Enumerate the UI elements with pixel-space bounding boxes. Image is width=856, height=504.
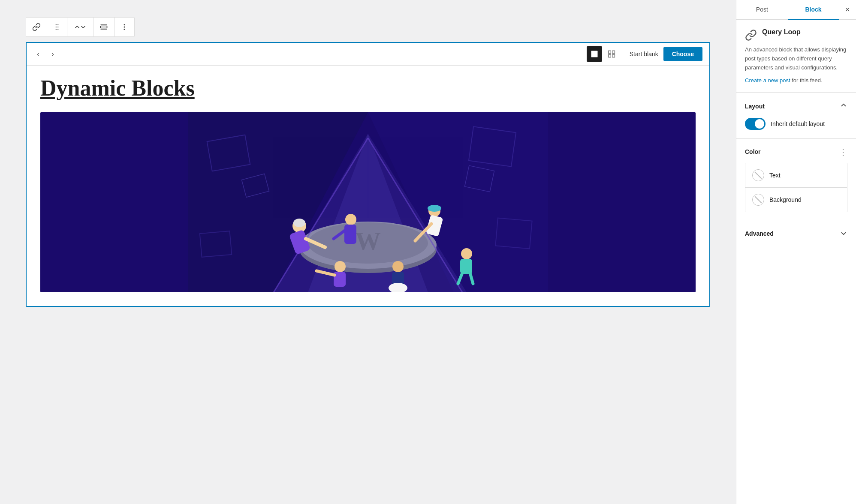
svg-point-9 bbox=[124, 24, 125, 25]
inherit-layout-label: Inherit default layout bbox=[771, 120, 825, 127]
layout-section: Layout Inherit default layout bbox=[736, 93, 856, 139]
layout-section-title: Layout bbox=[745, 103, 765, 110]
more-icon bbox=[121, 23, 128, 31]
move-down-icon bbox=[79, 23, 87, 31]
text-color-label: Text bbox=[769, 172, 781, 179]
layout-collapse-btn[interactable] bbox=[840, 101, 847, 111]
query-loop-block: ‹ › Start blank Choose bbox=[26, 42, 710, 307]
color-section: Color ⋮ Text Background bbox=[736, 139, 856, 221]
svg-point-42 bbox=[461, 248, 472, 259]
svg-point-3 bbox=[57, 27, 58, 27]
block-icon-row: Query Loop bbox=[745, 28, 847, 41]
background-color-label: Background bbox=[769, 196, 802, 203]
start-blank-label: Start blank bbox=[630, 51, 658, 57]
advanced-section-title: Advanced bbox=[745, 230, 774, 237]
align-icon bbox=[99, 23, 108, 31]
query-loop-icon bbox=[745, 29, 757, 41]
block-description: An advanced block that allows displaying… bbox=[745, 45, 847, 72]
svg-point-52 bbox=[345, 214, 356, 225]
drag-toolbar-btn[interactable] bbox=[47, 18, 67, 36]
svg-point-49 bbox=[392, 261, 404, 272]
feed-text: Create a new post for this feed. bbox=[745, 77, 847, 84]
query-loop-toolbar: ‹ › Start blank Choose bbox=[27, 43, 709, 66]
svg-point-11 bbox=[124, 29, 125, 30]
sidebar-tabs: Post Block × bbox=[736, 0, 856, 20]
close-sidebar-btn[interactable]: × bbox=[839, 0, 856, 19]
background-color-no-color bbox=[754, 195, 763, 204]
text-color-swatch bbox=[752, 169, 764, 181]
view-toggle-group bbox=[587, 46, 619, 62]
svg-point-0 bbox=[56, 24, 57, 25]
svg-rect-15 bbox=[608, 55, 611, 57]
align-toolbar-btn[interactable] bbox=[93, 18, 115, 36]
grid-view-icon bbox=[607, 50, 616, 58]
svg-rect-6 bbox=[101, 26, 107, 28]
background-color-swatch bbox=[752, 194, 764, 206]
block-name: Query Loop bbox=[762, 28, 801, 36]
list-view-btn[interactable] bbox=[587, 46, 602, 62]
block-toolbar bbox=[26, 17, 135, 37]
grid-view-btn[interactable] bbox=[604, 46, 619, 62]
block-content: Dynamic Blocks W bbox=[27, 66, 709, 306]
svg-point-2 bbox=[56, 27, 57, 27]
move-toolbar-btn[interactable] bbox=[67, 18, 93, 36]
editor-area: ‹ › Start blank Choose bbox=[0, 0, 736, 504]
svg-rect-12 bbox=[591, 51, 597, 57]
svg-point-1 bbox=[57, 24, 58, 25]
color-section-header: Color ⋮ bbox=[745, 147, 847, 156]
svg-point-4 bbox=[56, 29, 57, 30]
post-featured-image: W bbox=[40, 112, 696, 292]
inherit-layout-row: Inherit default layout bbox=[745, 118, 847, 130]
tab-block[interactable]: Block bbox=[788, 0, 839, 20]
query-actions: Start blank Choose bbox=[630, 47, 702, 61]
drag-icon bbox=[53, 23, 61, 31]
link-toolbar-btn[interactable] bbox=[26, 18, 47, 36]
feed-suffix-text: for this feed. bbox=[790, 77, 823, 84]
layout-section-header: Layout bbox=[745, 101, 847, 111]
color-section-title: Color bbox=[745, 148, 761, 155]
text-color-option[interactable]: Text bbox=[745, 163, 847, 188]
create-post-link[interactable]: Create a new post bbox=[745, 77, 790, 84]
choose-button[interactable]: Choose bbox=[663, 47, 702, 61]
wordpress-illustration: W bbox=[40, 112, 696, 292]
background-color-option[interactable]: Background bbox=[745, 188, 847, 212]
color-options-btn[interactable]: ⋮ bbox=[839, 147, 847, 156]
block-info-section: Query Loop An advanced block that allows… bbox=[736, 20, 856, 93]
next-page-btn[interactable]: › bbox=[48, 48, 57, 60]
more-toolbar-btn[interactable] bbox=[115, 18, 134, 36]
prev-page-btn[interactable]: ‹ bbox=[33, 48, 43, 60]
advanced-section-header[interactable]: Advanced bbox=[745, 230, 847, 237]
chevron-down-icon bbox=[840, 230, 847, 237]
chevron-up-icon bbox=[840, 101, 847, 109]
tab-post[interactable]: Post bbox=[736, 0, 788, 20]
color-options-list: Text Background bbox=[745, 163, 847, 212]
sidebar: Post Block × Query Loop An advanced bloc… bbox=[736, 0, 856, 504]
svg-rect-16 bbox=[612, 55, 615, 57]
svg-point-10 bbox=[124, 27, 125, 28]
svg-rect-53 bbox=[344, 225, 356, 244]
svg-point-46 bbox=[335, 261, 346, 272]
link-icon bbox=[32, 23, 41, 31]
post-title[interactable]: Dynamic Blocks bbox=[40, 76, 696, 100]
inherit-layout-toggle[interactable] bbox=[745, 118, 766, 130]
svg-rect-47 bbox=[334, 272, 346, 287]
no-color-slash bbox=[755, 172, 762, 179]
svg-point-35 bbox=[293, 219, 305, 227]
svg-point-5 bbox=[57, 29, 58, 30]
advanced-section: Advanced bbox=[736, 221, 856, 246]
svg-text:W: W bbox=[355, 227, 381, 255]
list-view-icon bbox=[590, 50, 599, 58]
svg-rect-13 bbox=[608, 51, 611, 54]
svg-rect-14 bbox=[612, 51, 615, 54]
bg-no-color-slash bbox=[755, 196, 762, 204]
text-color-no-color bbox=[754, 171, 763, 180]
svg-point-39 bbox=[428, 205, 441, 212]
